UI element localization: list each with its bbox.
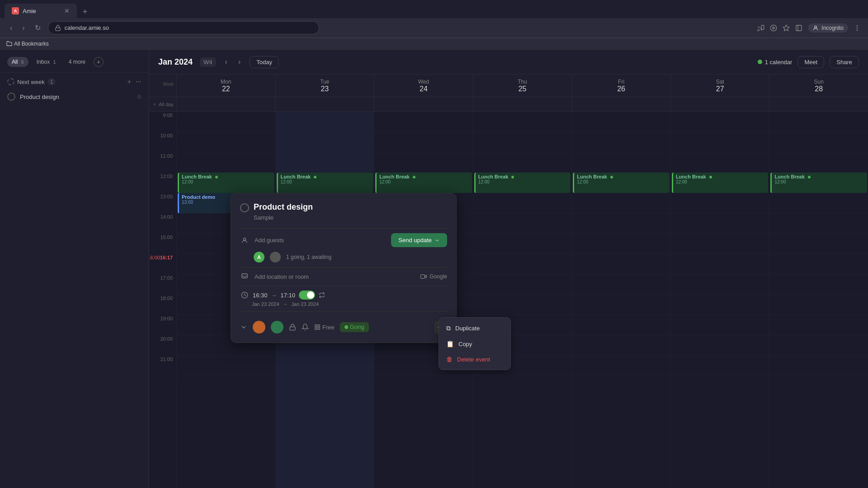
active-tab[interactable]: A Amie ✕ [5, 4, 77, 18]
popup-task-checkbox[interactable] [240, 203, 249, 212]
time-1100: 11:00 [149, 152, 176, 173]
going-btn[interactable]: Going [340, 322, 369, 332]
section-count: 1 [47, 78, 56, 85]
week-label: W4 [200, 57, 216, 67]
lunch-break-mon[interactable]: Lunch Break 12:00 [178, 173, 274, 193]
plus-section-icon[interactable] [126, 79, 132, 85]
svg-point-1 [758, 30, 758, 31]
time-1400: 14:00 [149, 213, 176, 234]
task-status-icon: ⊙ [137, 94, 142, 100]
bell-toolbar-icon[interactable] [302, 324, 309, 331]
days-grid: Lunch Break 12:00 Product demo 13:00 [176, 112, 868, 488]
lunch-break-wed[interactable]: Lunch Break 12:00 [375, 173, 472, 193]
send-update-btn[interactable]: Send update [391, 233, 447, 247]
clock-icon [240, 291, 249, 300]
meet-btn[interactable]: Meet [797, 56, 824, 68]
hour-1000-mon [177, 132, 275, 152]
next-week-btn[interactable]: › [236, 56, 242, 68]
lunch-break-fri[interactable]: Lunch Break 12:00 [573, 173, 670, 193]
add-guests-label[interactable]: Add guests [255, 237, 284, 244]
day-col-fri: Lunch Break 12:00 [571, 112, 670, 488]
allday-label: All day [149, 97, 176, 111]
today-btn[interactable]: Today [250, 56, 279, 68]
star-icon[interactable] [783, 24, 790, 32]
more-options-btn[interactable]: ··· [434, 321, 447, 333]
sidebar-icon[interactable] [795, 24, 802, 32]
guests-icon [240, 236, 249, 245]
allday-cell-sun [769, 97, 868, 111]
popup-title-row: Product design [240, 202, 447, 212]
incognito-badge: Incognito [808, 23, 848, 33]
guest-avatar-a: A [254, 252, 264, 263]
bookmarks-folder[interactable]: All Bookmarks [6, 41, 49, 47]
menu-icon[interactable] [854, 24, 861, 32]
svg-point-19 [243, 238, 245, 240]
allday-cell-wed [374, 97, 473, 111]
dropdown-arrow-icon [434, 238, 440, 243]
tab-inbox[interactable]: Inbox 1 [32, 57, 61, 67]
task-item[interactable]: Product design ⊙ [7, 89, 142, 104]
svg-point-3 [771, 25, 777, 31]
ellipsis-section-icon[interactable] [135, 79, 142, 85]
app-container: All 6 Inbox 1 4 more + Next week 1 [0, 50, 868, 488]
grid-icon[interactable] [314, 324, 321, 330]
lunch-break-sun[interactable]: Lunch Break 12:00 [770, 173, 867, 193]
lunch-dot-sat [709, 176, 712, 178]
svg-rect-24 [290, 327, 295, 330]
prev-week-btn[interactable]: ‹ [223, 56, 229, 68]
forward-btn[interactable]: › [19, 22, 27, 34]
popup-event-title: Product design [254, 202, 313, 212]
color-orange-btn[interactable] [253, 321, 265, 333]
tab-close-btn[interactable]: ✕ [64, 7, 70, 14]
all-day-toggle[interactable] [299, 291, 315, 300]
day-header-wed: Wed 24 [374, 75, 473, 97]
lunch-dot-wed [413, 176, 415, 178]
share-btn[interactable]: Share [830, 56, 859, 68]
svg-point-8 [815, 26, 817, 28]
allday-cell-sat [670, 97, 769, 111]
browser-toolbar: ‹ › ↻ calendar.amie.so Incognito [0, 18, 868, 38]
time-2100: 21:00 [149, 356, 176, 376]
tab-more[interactable]: 4 more [64, 57, 90, 67]
popup-divider-2 [240, 267, 447, 267]
hour-900-mon [177, 112, 275, 132]
media-icon[interactable] [770, 24, 777, 32]
calendar-body: 9:00 10:00 11:00 12:00 13:00 14:00 15:00… [149, 112, 868, 488]
svg-rect-27 [315, 328, 317, 329]
cast-icon[interactable] [757, 24, 764, 32]
location-icon [240, 272, 249, 281]
lunch-break-thu[interactable]: Lunch Break 12:00 [474, 173, 571, 193]
close-allday-icon[interactable] [152, 102, 157, 107]
time-1800: 18:00 [149, 295, 176, 315]
start-date: Jan 23 2024 [252, 301, 279, 307]
lock-toolbar-icon[interactable] [289, 324, 296, 331]
location-label[interactable]: Add location or room [255, 273, 309, 280]
svg-point-16 [140, 81, 141, 82]
hour-2100-mon [177, 356, 275, 376]
svg-point-11 [857, 30, 857, 30]
day-col-sun: Lunch Break 12:00 [769, 112, 868, 488]
free-status: Free [314, 324, 335, 331]
popup-location-section: Add location or room Google [240, 272, 447, 281]
popup-divider-4 [240, 311, 447, 312]
day-header-thu: Thu 25 [473, 75, 572, 97]
calendar-title: Jan 2024 [158, 57, 193, 67]
bookmark-bar: All Bookmarks [0, 38, 868, 50]
guest-awaiting [270, 252, 281, 263]
reload-btn[interactable]: ↻ [32, 22, 43, 34]
tab-all[interactable]: All 6 [7, 57, 28, 67]
svg-marker-4 [773, 27, 775, 29]
color-green-btn[interactable] [271, 321, 283, 333]
svg-rect-0 [55, 28, 60, 30]
chevron-down-toolbar-icon[interactable] [240, 324, 247, 331]
lunch-dot-thu [511, 176, 514, 178]
folder-icon [6, 41, 12, 47]
add-sidebar-btn[interactable]: + [94, 57, 104, 67]
lunch-break-tue[interactable]: Lunch Break 12:00 [277, 173, 373, 193]
address-bar[interactable]: calendar.amie.so [48, 21, 319, 34]
back-btn[interactable]: ‹ [7, 22, 15, 34]
task-checkbox[interactable] [7, 93, 15, 101]
lunch-break-sat[interactable]: Lunch Break 12:00 [672, 173, 769, 193]
new-tab-btn[interactable]: + [79, 5, 91, 18]
repeat-icon[interactable] [319, 292, 325, 298]
